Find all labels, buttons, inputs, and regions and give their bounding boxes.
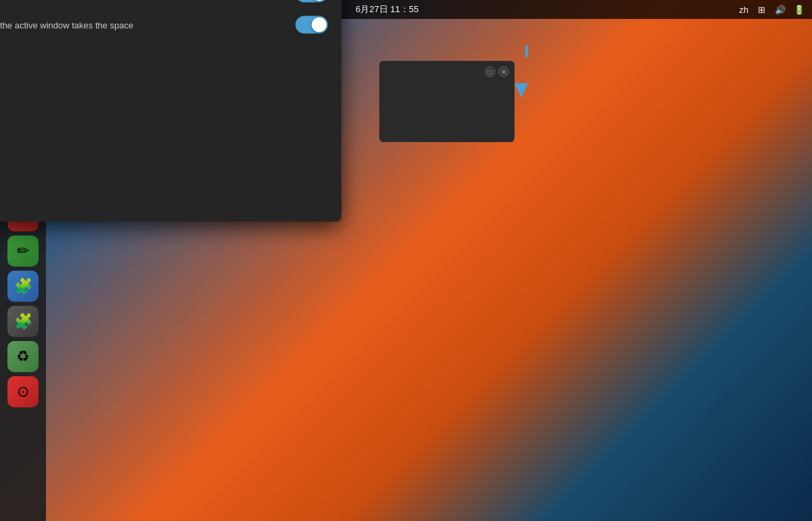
- top-bar-right: zh ⊞ 🔊 🔋: [739, 3, 805, 16]
- dialog-content: Only hide panel when a window takes the …: [0, 0, 341, 222]
- puzzle-icon: 🧩: [14, 277, 32, 295]
- network-icon: ⊞: [755, 3, 767, 16]
- recycle-icon: ♻: [16, 348, 30, 365]
- secondary-dialog-close[interactable]: ✕: [498, 66, 509, 77]
- toggle-active-window[interactable]: [295, 16, 328, 34]
- volume-icon: 🔊: [774, 3, 786, 16]
- sidebar-item-extension[interactable]: 🧩: [7, 306, 39, 337]
- secondary-dialog-maximize[interactable]: □: [485, 66, 496, 77]
- setting-row-active-window: Only when the active window takes the sp…: [0, 9, 331, 41]
- arrow-indicator-container: [515, 71, 528, 98]
- notes-icon: ✏: [17, 242, 29, 260]
- setting-row-hide-panel: Only hide panel when a window takes the …: [0, 0, 331, 9]
- arrow-down-icon: [515, 83, 528, 98]
- battery-icon: 🔋: [793, 3, 805, 16]
- sidebar-item-puzzle[interactable]: 🧩: [7, 271, 39, 302]
- top-bar-clock: 6月27日 11：55: [356, 3, 419, 16]
- setting-label-active-window: Only when the active window takes the sp…: [0, 20, 133, 30]
- lang-label: zh: [739, 5, 748, 15]
- ubuntu-icon: ⊙: [17, 383, 29, 401]
- toggle-hide-panel[interactable]: [295, 0, 328, 3]
- sidebar-item-ubuntu[interactable]: ⊙: [7, 376, 39, 407]
- arrow-shaft: [525, 45, 528, 58]
- datetime-label: 6月27日 11：55: [356, 3, 419, 16]
- main-dialog: Hide Top Bar ✕ Sensitivity Animation Key…: [0, 0, 341, 222]
- extension-icon: 🧩: [14, 313, 32, 330]
- sidebar-item-recycle[interactable]: ♻: [7, 341, 39, 372]
- desktop: 6月27日 11：55 zh ⊞ 🔊 🔋 🦊 ✉ 📁 ♫ 📝 A ✏: [0, 0, 812, 521]
- secondary-dialog: □ ✕: [379, 61, 515, 142]
- sidebar-item-notes[interactable]: ✏: [7, 235, 39, 267]
- secondary-dialog-header: □ ✕: [379, 61, 515, 83]
